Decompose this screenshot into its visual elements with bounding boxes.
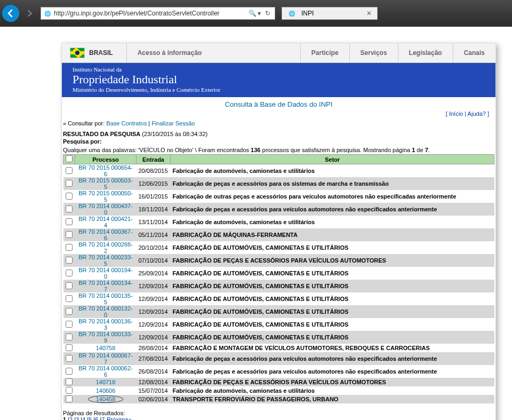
acesso-informacao-link[interactable]: Acesso à informação	[127, 43, 213, 62]
processo-link[interactable]: 140718	[96, 379, 116, 385]
processo-link[interactable]: BR 70 2014 000134-7	[78, 280, 133, 292]
row-checkbox[interactable]	[66, 205, 73, 212]
brasil-label: BRASIL	[89, 49, 113, 57]
setor-cell: Fabricação de outras peças e acessórios …	[171, 190, 494, 203]
entrada-cell: 02/06/2014	[137, 395, 171, 403]
back-button[interactable]	[2, 5, 19, 22]
row-checkbox[interactable]	[66, 368, 73, 375]
propriedade-line: Propriedade Industrial	[73, 73, 485, 86]
row-checkbox[interactable]	[66, 395, 73, 402]
entrada-cell: 12/09/2014	[137, 305, 171, 318]
processo-link[interactable]: BR 70 2014 000133-9	[78, 331, 133, 344]
ajuda-link[interactable]: Ajuda?	[468, 110, 486, 117]
pagination-label: Páginas de Resultados:	[63, 410, 494, 416]
search-icon[interactable]: 🔍	[249, 10, 257, 17]
processo-link[interactable]: BR 70 2014 000067-7	[78, 352, 133, 365]
processo-link[interactable]: BR 70 2014 000132-0	[78, 305, 133, 318]
browser-tab[interactable]: 🌐 INPI ✕	[282, 7, 378, 20]
page-link[interactable]: 4	[82, 416, 85, 420]
processo-link[interactable]: BR 70 2015 000654-6	[78, 164, 133, 177]
page-link[interactable]: 7-Próxima»	[101, 416, 131, 420]
entrada-cell: 12/09/2014	[137, 331, 171, 344]
page-link[interactable]: 2	[69, 416, 73, 420]
row-checkbox[interactable]	[66, 378, 73, 385]
row-checkbox[interactable]	[66, 244, 73, 251]
row-checkbox[interactable]	[66, 193, 73, 200]
row-checkbox[interactable]	[66, 257, 73, 264]
entrada-cell: 18/11/2014	[137, 203, 171, 216]
setor-cell: Fabricação de automóveis, camionetas e u…	[171, 164, 494, 178]
table-row: BR 70 2015 000654-620/08/2015Fabricação …	[63, 164, 494, 178]
row-checkbox[interactable]	[66, 334, 73, 340]
refresh-icon[interactable]: ↻	[265, 10, 270, 17]
table-row: BR 70 2014 000233-507/10/2014FABRICAÇÃO …	[63, 254, 494, 267]
page-current: 1	[63, 416, 66, 420]
page-link[interactable]: 6	[95, 416, 98, 420]
topnav-canais[interactable]: Canais	[453, 43, 495, 62]
table-row: BR 70 2014 000067-727/08/2014Fabricação …	[63, 352, 494, 365]
url-text: http://gru.inpi.gov.br/pePI/servlet/Cont…	[54, 10, 246, 17]
topnav-legislacao[interactable]: Legislação	[398, 43, 453, 62]
entrada-cell: 12/09/2014	[137, 318, 171, 331]
row-checkbox[interactable]	[66, 321, 73, 328]
row-checkbox[interactable]	[66, 231, 73, 238]
page-link[interactable]: 3	[76, 416, 79, 420]
consultar-prefix: » Consultar por:	[63, 120, 106, 126]
result-header: RESULTADO DA PESQUISA (23/10/2015 às 08:…	[63, 128, 494, 137]
entrada-cell: 05/11/2014	[137, 228, 171, 241]
row-checkbox[interactable]	[66, 295, 73, 302]
row-checkbox[interactable]	[66, 167, 73, 174]
search-criteria: Qualquer uma das palavras: 'VEÍCULO no O…	[63, 146, 494, 154]
row-checkbox[interactable]	[66, 180, 73, 187]
table-row: BR 70 2014 000133-912/09/2014FABRICAÇÃO …	[63, 331, 494, 344]
site-favicon-icon: 🌐	[43, 9, 52, 18]
entrada-cell: 12/09/2014	[137, 280, 171, 292]
topnav-participe[interactable]: Participe	[300, 43, 349, 62]
row-checkbox[interactable]	[66, 355, 73, 362]
gov-topbar: BRASIL Acesso à informação Participe Ser…	[62, 43, 495, 63]
brazil-flag-icon	[70, 47, 85, 58]
topnav-servicos[interactable]: Serviços	[349, 43, 398, 62]
tab-favicon-icon: 🌐	[287, 9, 296, 18]
processo-link[interactable]: BR 70 2014 000194-0	[78, 267, 133, 280]
processo-link[interactable]: 140758	[96, 345, 116, 351]
brasil-flag-link[interactable]: BRASIL	[62, 43, 127, 62]
row-checkbox[interactable]	[66, 282, 73, 289]
row-checkbox[interactable]	[66, 344, 73, 351]
processo-link[interactable]: BR 70 2014 000288-2	[78, 241, 133, 254]
setor-cell: FABRICAÇÃO DE AUTOMÓVEIS, CAMIONETAS E U…	[171, 318, 494, 331]
table-row: BR 70 2015 000050-516/01/2015Fabricação …	[63, 190, 494, 203]
setor-cell: FABRICAÇÃO DE AUTOMÓVEIS, CAMIONETAS E U…	[171, 280, 494, 292]
site-header: Instituto Nacional da Propriedade Indust…	[62, 63, 495, 97]
processo-link[interactable]: BR 70 2015 000050-5	[78, 190, 133, 203]
page-link[interactable]: 5	[89, 416, 92, 420]
base-contratos-link[interactable]: Base Contratos	[106, 120, 147, 126]
processo-link[interactable]: BR 70 2014 000135-5	[78, 292, 133, 305]
processo-link[interactable]: BR 70 2015 000503-5	[78, 177, 133, 190]
processo-link[interactable]: BR 70 2014 000421-4	[78, 216, 133, 228]
finalizar-sessao-link[interactable]: Finalizar Sessão	[151, 120, 195, 126]
processo-link[interactable]: BR 70 2014 000437-0	[78, 203, 133, 216]
processo-link[interactable]: 140458	[88, 396, 124, 402]
processo-link[interactable]: BR 70 2014 000367-6	[78, 228, 133, 241]
forward-button[interactable]	[21, 5, 38, 22]
row-checkbox[interactable]	[66, 387, 73, 394]
dropdown-icon[interactable]: ▾	[258, 10, 261, 17]
table-row: BR 70 2014 000367-605/11/2014FABRICAÇÃO …	[63, 228, 494, 241]
address-bar[interactable]: 🌐 http://gru.inpi.gov.br/pePI/servlet/Co…	[41, 7, 275, 20]
setor-cell: FABRICAÇÃO DE AUTOMÓVEIS, CAMIONETAS E U…	[171, 241, 494, 254]
table-row: BR 70 2014 000421-413/11/2014Fabricação …	[63, 216, 494, 228]
consulta-title: Consulta à Base de Dados do INPI	[62, 97, 495, 109]
setor-cell: Fabricação de automóveis, camionetas e u…	[171, 216, 494, 228]
close-tab-icon[interactable]: ✕	[366, 10, 372, 17]
select-all-checkbox[interactable]	[66, 155, 73, 162]
row-checkbox[interactable]	[66, 218, 73, 225]
inicio-link[interactable]: Início	[449, 110, 463, 117]
col-checkbox	[63, 155, 75, 164]
processo-link[interactable]: BR 70 2014 000062-6	[78, 365, 133, 378]
processo-link[interactable]: BR 70 2014 000136-3	[78, 318, 133, 331]
row-checkbox[interactable]	[66, 308, 73, 315]
processo-link[interactable]: 140606	[96, 387, 116, 394]
row-checkbox[interactable]	[66, 270, 73, 276]
processo-link[interactable]: BR 70 2014 000233-5	[78, 254, 133, 267]
